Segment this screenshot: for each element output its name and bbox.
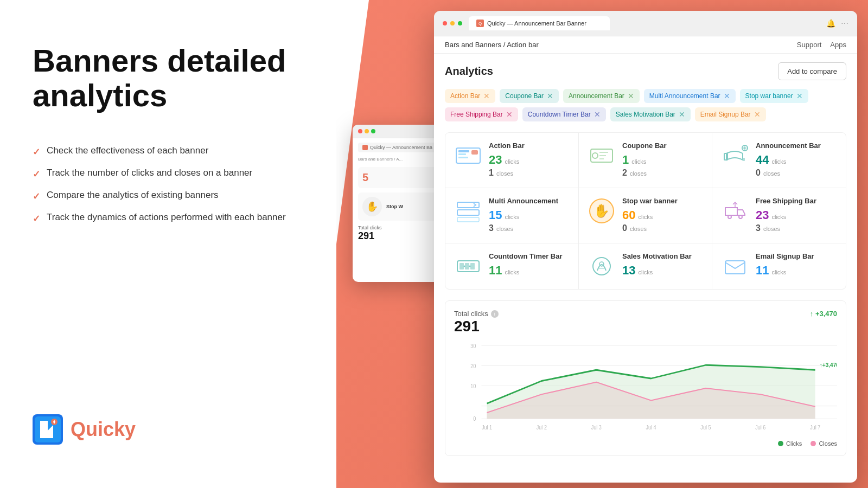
tag-x-email-signup[interactable]: ✕: [754, 110, 761, 119]
filter-tag-sales[interactable]: Sales Motivation Bar ✕: [610, 107, 691, 121]
tag-x-coupone-bar[interactable]: ✕: [547, 92, 553, 100]
svg-text:Jul 7: Jul 7: [810, 425, 820, 431]
banner-stat-clicks-email: 11 clicks: [756, 264, 837, 278]
apps-link[interactable]: Apps: [830, 41, 846, 49]
svg-rect-4: [458, 150, 469, 152]
banner-info-shipping: Free Shipping Bar 23 clicks 3 closes: [756, 197, 837, 234]
total-clicks-area: Total clicks i 291 ↑ +3,470: [454, 310, 837, 335]
banner-icon-coupone: [588, 142, 616, 170]
main-dot-red: [443, 21, 447, 25]
total-clicks-label: Total clicks i: [454, 310, 499, 318]
banner-closes-label-stopwar: closes: [630, 226, 647, 232]
svg-text:0: 0: [473, 415, 476, 422]
check-icon-1: ✓: [33, 146, 40, 158]
banner-closes-number-stopwar: 0: [622, 223, 627, 233]
banner-icon-action: [454, 142, 482, 170]
filter-tag-stop-war[interactable]: Stop war banner ✕: [740, 89, 808, 103]
browser-titlebar: Q Quicky — Announcement Bar Banner 🔔 ⋯: [434, 11, 857, 36]
banner-closes-number-multi: 3: [489, 223, 494, 233]
banner-clicks-label-announcement: clicks: [771, 158, 786, 165]
banner-clicks-label-multi: clicks: [505, 214, 519, 220]
filter-tag-email-signup[interactable]: Email Signup Bar ✕: [695, 107, 766, 121]
tag-x-multi-announcement[interactable]: ✕: [724, 92, 730, 100]
stop-war-text: Stop W: [386, 204, 403, 209]
banner-stat-closes-action: 1 closes: [489, 168, 570, 178]
banner-closes-label-action: closes: [496, 170, 513, 177]
banner-info-stopwar: Stop war banner 60 clicks 0 closes: [622, 197, 703, 234]
filter-tag-announcement-bar[interactable]: Announcement Bar ✕: [563, 89, 640, 103]
legend-clicks-label: Clicks: [786, 440, 802, 447]
banner-closes-label-shipping: closes: [763, 226, 780, 232]
left-content: Banners detailed analytics ✓ Check the e…: [33, 43, 304, 224]
tab-label: Quicky — Announcement Bar Banner: [487, 20, 586, 27]
banner-name-multi: Multi Announcement: [489, 197, 570, 205]
tag-x-free-shipping[interactable]: ✕: [506, 110, 513, 119]
banner-info-announcement: Announcement Bar 44 clicks 0 closes: [756, 142, 837, 179]
svg-rect-31: [465, 263, 469, 269]
banner-name-coupone: Coupone Bar: [622, 142, 703, 150]
legend-dot-clicks: [778, 441, 783, 446]
svg-text:✋: ✋: [593, 203, 610, 219]
svg-text:Jul 6: Jul 6: [755, 425, 765, 431]
banner-icon-stopwar: ✋: [588, 197, 616, 225]
banner-clicks-label-coupone: clicks: [631, 158, 646, 165]
svg-text:Jul 5: Jul 5: [700, 425, 711, 431]
banner-stat-clicks-announcement: 44 clicks: [756, 153, 837, 167]
legend-dot-closes: [810, 441, 816, 446]
banner-stat-clicks-action: 23 clicks: [489, 153, 570, 167]
banner-card-stopwar: ✋ Stop war banner 60 clicks 0 closes: [579, 188, 712, 243]
svg-point-9: [592, 153, 598, 158]
svg-rect-6: [471, 150, 478, 155]
banner-stat-clicks-coupone: 1 clicks: [622, 153, 703, 167]
feature-list: ✓ Check the effectiveness of each banner…: [33, 145, 304, 224]
svg-rect-16: [743, 158, 745, 161]
legend-clicks: Clicks: [778, 440, 802, 447]
tag-x-stop-war[interactable]: ✕: [796, 92, 803, 100]
filter-tag-coupone-bar[interactable]: Coupone Bar ✕: [500, 89, 559, 103]
tag-x-announcement-bar[interactable]: ✕: [628, 92, 634, 100]
banner-icon-multi: [454, 197, 482, 225]
banner-card-shipping: Free Shipping Bar 23 clicks 3 closes: [712, 188, 846, 243]
header-links: Support Apps: [797, 41, 846, 49]
browser-tab[interactable]: Q Quicky — Announcement Bar Banner: [469, 16, 610, 30]
add-compare-button[interactable]: Add to compare: [778, 62, 846, 80]
app-body: Analytics Add to compare Action Bar ✕ Co…: [434, 54, 857, 471]
banner-clicks-number-action: 23: [489, 153, 502, 167]
banner-stat-closes-coupone: 2 closes: [622, 168, 703, 178]
filter-tag-countdown[interactable]: Countdown Timer Bar ✕: [522, 107, 606, 121]
browser-controls: 🔔 ⋯: [826, 19, 848, 28]
more-icon[interactable]: ⋯: [841, 19, 848, 28]
tab-favicon: Q: [476, 20, 484, 27]
banner-card-countdown: Countdown Timer Bar 11 clicks: [445, 243, 579, 289]
filter-tag-multi-announcement[interactable]: Multi Announcement Bar ✕: [644, 89, 736, 103]
banner-info-countdown: Countdown Timer Bar 11 clicks: [489, 252, 570, 279]
banner-clicks-number-shipping: 23: [756, 208, 769, 222]
tag-x-action-bar[interactable]: ✕: [483, 92, 490, 100]
feature-item-3: ✓ Compare the analytics of existing bann…: [33, 190, 304, 202]
logo-text: Quicky: [71, 418, 136, 441]
svg-text:30: 30: [470, 343, 476, 349]
analytics-title: Analytics: [445, 65, 493, 78]
tag-x-countdown[interactable]: ✕: [594, 110, 601, 119]
total-clicks-left: Total clicks i 291: [454, 310, 499, 335]
breadcrumb: Bars and Banners / Action bar: [445, 41, 539, 49]
banner-icon-announcement: [721, 142, 749, 170]
svg-point-27: [739, 215, 742, 219]
chart-delta: ↑ +3,470: [810, 310, 837, 318]
banner-closes-number-announcement: 0: [756, 168, 761, 178]
banner-stat-clicks-stopwar: 60 clicks: [622, 208, 703, 222]
support-link[interactable]: Support: [797, 41, 822, 49]
banner-clicks-number-announcement: 44: [756, 153, 769, 167]
filter-tag-free-shipping[interactable]: Free Shipping Bar ✕: [445, 107, 518, 121]
tag-x-sales[interactable]: ✕: [679, 110, 685, 119]
bell-icon[interactable]: 🔔: [826, 19, 835, 28]
svg-text:Jul 2: Jul 2: [537, 425, 547, 431]
banner-clicks-label-shipping: clicks: [771, 214, 786, 220]
filter-tag-action-bar[interactable]: Action Bar ✕: [445, 89, 495, 103]
banner-name-announcement: Announcement Bar: [756, 142, 837, 150]
banner-stat-clicks-shipping: 23 clicks: [756, 208, 837, 222]
chart-area: 30 20 10 0 ↑+3,470: [454, 339, 837, 437]
feature-item-4: ✓ Track the dynamics of actions performe…: [33, 212, 304, 224]
svg-rect-30: [459, 263, 464, 269]
info-icon: i: [491, 310, 499, 318]
